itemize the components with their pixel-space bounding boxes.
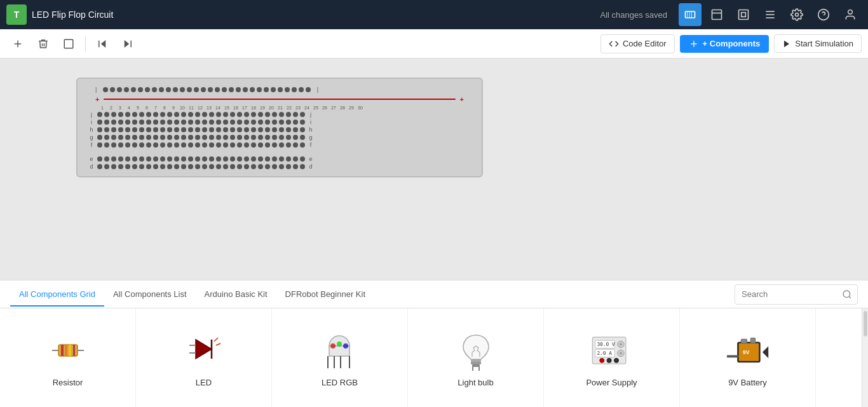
9v-battery-icon: 9V	[726, 328, 770, 373]
nav-list-icon[interactable]	[759, 3, 782, 26]
svg-rect-7	[742, 13, 746, 17]
col-num-7: 7	[151, 106, 160, 110]
hole-h-14	[195, 127, 200, 132]
nav-user-icon[interactable]	[839, 3, 862, 26]
top-hole-5	[138, 87, 143, 92]
col-num-3: 3	[116, 106, 125, 110]
components-button[interactable]: + Components	[680, 35, 770, 53]
nav-settings-icon[interactable]	[785, 3, 808, 26]
hole-f-9	[160, 142, 165, 148]
save-status: All changes saved	[600, 10, 667, 20]
hole-g-9	[160, 135, 165, 140]
top-hole-29	[306, 87, 311, 92]
search-box	[735, 284, 858, 305]
add-tool-btn[interactable]	[6, 32, 29, 55]
bb-row-i: ii	[83, 119, 477, 125]
hole-g-20	[237, 135, 242, 140]
col-num-14: 14	[214, 106, 222, 110]
hole-f-11	[174, 142, 179, 148]
canvas-area[interactable]: | | + + 12345678910111213141516171819202…	[0, 59, 868, 280]
nav-schematic-icon[interactable]	[705, 3, 728, 26]
component-led[interactable]: LED	[136, 308, 272, 407]
hole-e-2	[111, 156, 116, 162]
power-supply-label: Power Supply	[586, 378, 637, 387]
top-hole-13	[194, 87, 199, 92]
skip-back-btn[interactable]	[91, 32, 114, 55]
hole-j-14	[195, 112, 200, 117]
tab-all-grid[interactable]: All Components Grid	[10, 283, 104, 307]
hole-d-10	[167, 164, 172, 169]
search-input[interactable]	[735, 287, 837, 301]
row-label-h: h	[88, 127, 95, 133]
hole-i-7	[146, 120, 151, 125]
hole-i-6	[139, 120, 144, 125]
hole-d-6	[139, 164, 144, 169]
component-9v-battery[interactable]: 9V 9V Battery	[680, 308, 816, 407]
panel-scrollbar[interactable]	[862, 308, 868, 407]
delete-tool-btn[interactable]	[32, 32, 55, 55]
breadboard: | | + + 12345678910111213141516171819202…	[76, 78, 483, 177]
hole-j-10	[167, 112, 172, 117]
svg-rect-0	[686, 11, 695, 18]
top-hole-14	[201, 87, 206, 92]
hole-j-5	[132, 112, 137, 117]
hole-e-20	[237, 156, 242, 162]
tab-all-list[interactable]: All Components List	[104, 283, 196, 307]
hole-g-4	[125, 135, 130, 140]
led-rgb-icon	[318, 328, 362, 373]
top-hole-1	[110, 87, 115, 92]
hole-g-16	[209, 135, 214, 140]
nav-pcb-icon[interactable]	[732, 3, 755, 26]
svg-marker-34	[196, 340, 212, 359]
hole-d-25	[272, 164, 277, 169]
hole-j-1	[104, 112, 109, 117]
hole-h-25	[272, 127, 277, 132]
tab-arduino[interactable]: Arduino Basic Kit	[196, 283, 276, 307]
hole-i-26	[279, 120, 284, 125]
top-hole-28	[299, 87, 304, 92]
hole-h-8	[153, 127, 158, 132]
col-num-28: 28	[338, 106, 347, 110]
top-hole-24	[271, 87, 276, 92]
hole-h-26	[279, 127, 284, 132]
hole-g-27	[286, 135, 291, 140]
hole-j-27	[286, 112, 291, 117]
led-icon	[182, 328, 226, 373]
hole-d-29	[300, 164, 305, 169]
start-simulation-button[interactable]: Start Simulation	[774, 34, 862, 53]
hole-j-4	[125, 112, 130, 117]
skip-forward-btn[interactable]	[116, 32, 139, 55]
hole-h-7	[146, 127, 151, 132]
svg-marker-18	[101, 40, 106, 48]
component-led-rgb[interactable]: LED RGB	[272, 308, 408, 407]
light-bulb-icon	[454, 328, 498, 373]
svg-rect-71	[750, 338, 755, 343]
component-resistor[interactable]: Resistor	[0, 308, 136, 407]
nav-breadboard-icon[interactable]	[679, 3, 702, 26]
top-hole-18	[229, 87, 234, 92]
top-hole-15	[208, 87, 213, 92]
hole-d-27	[286, 164, 291, 169]
hole-h-6	[139, 127, 144, 132]
component-light-bulb[interactable]: Light bulb	[408, 308, 544, 407]
svg-rect-30	[65, 345, 67, 356]
hole-i-22	[251, 120, 256, 125]
hole-g-15	[202, 135, 207, 140]
hole-i-4	[125, 120, 130, 125]
code-editor-button[interactable]: Code Editor	[600, 34, 675, 53]
hole-e-0	[97, 156, 102, 162]
tab-dfrobot[interactable]: DFRobot Beginner Kit	[276, 283, 374, 307]
hole-e-28	[293, 156, 298, 162]
hole-h-4	[125, 127, 130, 132]
hole-h-27	[286, 127, 291, 132]
svg-point-64	[599, 358, 604, 362]
hole-d-17	[216, 164, 221, 169]
hole-g-26	[279, 135, 284, 140]
col-num-18: 18	[249, 106, 258, 110]
frame-tool-btn[interactable]	[57, 32, 80, 55]
component-power-supply[interactable]: 30.0 V 2.0 A	[544, 308, 680, 407]
hole-e-15	[202, 156, 207, 162]
hole-f-27	[286, 142, 291, 148]
col-num-25: 25	[311, 106, 320, 110]
nav-help-icon[interactable]	[812, 3, 835, 26]
